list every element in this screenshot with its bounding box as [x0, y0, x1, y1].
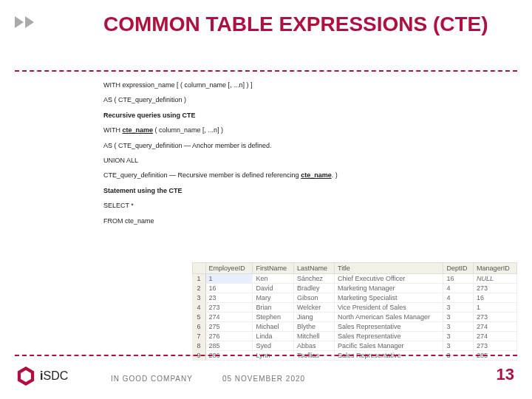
code-line: CTE_query_definition — Recursive member …	[103, 170, 517, 180]
table-cell: 274	[205, 313, 253, 322]
table-cell: Marketing Specialist	[334, 293, 443, 303]
code-line: AS ( CTE_query_definition )	[103, 95, 517, 105]
table-cell: 273	[474, 313, 517, 322]
table-cell: Abbas	[293, 341, 334, 351]
table-cell: 273	[474, 284, 517, 293]
table-cell: 16	[443, 274, 474, 284]
table-cell: Sales Representative	[334, 332, 443, 341]
table-cell: 4	[443, 293, 474, 303]
table-row: 8285SyedAbbasPacific Sales Manager3273	[193, 341, 517, 351]
section-heading: Recursive queries using CTE	[103, 110, 517, 120]
logo: iSDC	[16, 366, 68, 386]
page-number: 13	[497, 365, 514, 384]
hex-icon	[16, 366, 35, 386]
column-header: Title	[334, 263, 443, 274]
results-table: EmployeeIDFirstNameLastNameTitleDeptIDMa…	[192, 262, 517, 361]
table-cell: 23	[205, 293, 253, 303]
arrow-icon	[15, 16, 24, 28]
column-header: FirstName	[253, 263, 294, 274]
column-header: DeptID	[443, 263, 474, 274]
column-header: LastName	[293, 263, 334, 274]
table-cell: Gibson	[293, 293, 334, 303]
code-line: SELECT *	[103, 200, 517, 211]
table-cell: 2	[193, 284, 206, 293]
slide-body: WITH expression_name [ ( column_name [, …	[103, 80, 517, 231]
table-cell: Welcker	[293, 303, 334, 313]
nav-arrows	[15, 16, 34, 28]
table-cell: Pacific Sales Manager	[334, 341, 443, 351]
table-cell: Mitchell	[293, 332, 334, 341]
code-line: AS ( CTE_query_definition — Anchor membe…	[103, 140, 517, 151]
table-cell: 16	[205, 284, 253, 293]
table-row: 4273BrianWelckerVice President of Sales3…	[193, 303, 517, 313]
table-cell: 3	[443, 322, 474, 332]
table-cell: 5	[193, 313, 206, 322]
table-cell: 276	[205, 332, 253, 341]
footer: iSDC IN GOOD COMPANY 05 NOVEMBER 2020 13	[0, 365, 532, 392]
code-line: WITH cte_name ( column_name [, ...n] )	[103, 125, 517, 135]
section-heading: Statement using the CTE	[103, 185, 517, 196]
table-row: 6275MichaelBlytheSales Representative327…	[193, 322, 517, 332]
code-line: WITH expression_name [ ( column_name [, …	[103, 80, 517, 90]
table-cell: Mary	[253, 293, 294, 303]
table-cell: 6	[193, 322, 206, 332]
table-cell: Sales Representative	[334, 322, 443, 332]
table-cell: Brian	[253, 303, 294, 313]
arrow-icon	[25, 16, 34, 28]
table-cell: Bradley	[293, 284, 334, 293]
table-cell: 274	[474, 322, 517, 332]
table-cell: Sánchez	[293, 274, 334, 284]
table-cell: 3	[193, 293, 206, 303]
table-row: 216DavidBradleyMarketing Manager4273	[193, 284, 517, 293]
table-cell: 4	[443, 284, 474, 293]
table-cell: 16	[474, 293, 517, 303]
results-table-area: EmployeeIDFirstNameLastNameTitleDeptIDMa…	[192, 262, 517, 361]
page-title: COMMON TABLE EXPRESSIONS (CTE)	[103, 13, 502, 36]
footer-center: IN GOOD COMPANY 05 NOVEMBER 2020	[111, 375, 305, 383]
table-cell: 1	[474, 303, 517, 313]
table-row: 5274StephenJiangNorth American Sales Man…	[193, 313, 517, 322]
table-cell: Syed	[253, 341, 294, 351]
table-cell: Marketing Manager	[334, 284, 443, 293]
code-line: UNION ALL	[103, 155, 517, 166]
table-cell: 3	[443, 313, 474, 322]
table-cell: Stephen	[253, 313, 294, 322]
table-cell: 1	[205, 274, 253, 284]
table-cell: Vice President of Sales	[334, 303, 443, 313]
table-cell: David	[253, 284, 294, 293]
table-cell: 8	[193, 341, 206, 351]
column-header: ManagerID	[474, 263, 517, 274]
table-cell: 3	[443, 303, 474, 313]
table-cell: 285	[205, 341, 253, 351]
footer-date: 05 NOVEMBER 2020	[222, 375, 305, 383]
code-line: FROM cte_name	[103, 216, 517, 226]
table-cell: 273	[205, 303, 253, 313]
table-row: 11KenSánchezChief Executive Officer16NUL…	[193, 274, 517, 284]
table-cell: 3	[443, 332, 474, 341]
divider	[15, 355, 517, 356]
table-cell: 1	[193, 274, 206, 284]
table-cell: 7	[193, 332, 206, 341]
brand-text: iSDC	[40, 369, 68, 383]
table-cell: Jiang	[293, 313, 334, 322]
table-cell: NULL	[474, 274, 517, 284]
table-cell: 3	[443, 341, 474, 351]
footer-tagline: IN GOOD COMPANY	[111, 375, 193, 383]
table-cell: Linda	[253, 332, 294, 341]
column-header: EmployeeID	[205, 263, 253, 274]
table-cell: 273	[474, 341, 517, 351]
table-cell: Blythe	[293, 322, 334, 332]
column-header	[193, 263, 206, 274]
table-row: 7276LindaMitchellSales Representative327…	[193, 332, 517, 341]
divider	[15, 70, 517, 72]
table-cell: North American Sales Manager	[334, 313, 443, 322]
table-cell: 274	[474, 332, 517, 341]
table-cell: Ken	[253, 274, 294, 284]
table-cell: Michael	[253, 322, 294, 332]
table-cell: 275	[205, 322, 253, 332]
table-row: 323MaryGibsonMarketing Specialist416	[193, 293, 517, 303]
table-cell: 4	[193, 303, 206, 313]
table-cell: Chief Executive Officer	[334, 274, 443, 284]
